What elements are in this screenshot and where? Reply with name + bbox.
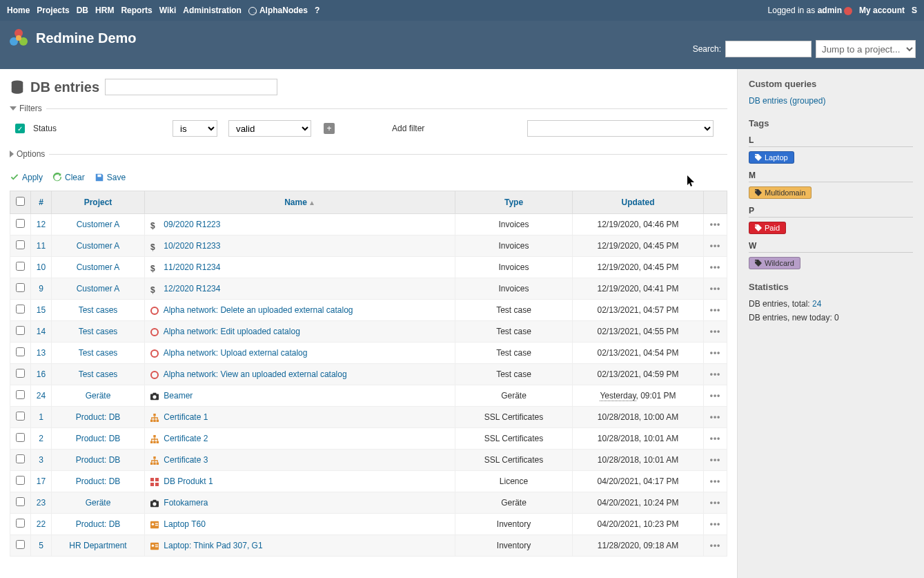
row-name-link[interactable]: Alpha network: Upload external catalog [164,348,308,358]
table-row[interactable]: 22Product: DB Laptop T60Inventory04/20/2… [10,514,727,535]
row-project-link[interactable]: Test cases [79,305,118,315]
row-project-link[interactable]: Test cases [79,327,118,336]
row-id-link[interactable]: 10 [37,262,46,272]
row-id-link[interactable]: 1 [39,412,43,422]
row-project-link[interactable]: HR Department [69,541,126,550]
row-checkbox[interactable] [16,305,25,314]
row-id-link[interactable]: 3 [39,455,43,465]
row-id-link[interactable]: 23 [37,498,46,508]
top-menu-home[interactable]: Home [7,6,30,15]
row-project-link[interactable]: Test cases [79,348,118,358]
row-id-link[interactable]: 11 [37,241,46,251]
row-name-link[interactable]: Alpha network: View an uploaded external… [164,369,347,379]
col-id[interactable]: # [39,198,43,207]
row-id-link[interactable]: 14 [37,327,46,336]
row-name-link[interactable]: Certificate 2 [164,434,208,443]
row-actions-button[interactable]: ••• [710,498,721,508]
sign-out-link[interactable]: S [912,6,917,15]
row-actions-button[interactable]: ••• [710,262,721,272]
row-actions-button[interactable]: ••• [710,455,721,465]
top-menu-hrm[interactable]: HRM [95,6,114,15]
entries-search-input[interactable] [105,79,277,95]
row-actions-button[interactable]: ••• [710,391,721,401]
table-row[interactable]: 14Test cases Alpha network: Edit uploade… [10,321,727,343]
row-actions-button[interactable]: ••• [710,519,721,529]
tag-laptop[interactable]: Laptop [749,151,794,164]
select-all-checkbox[interactable] [16,197,25,206]
table-row[interactable]: 12Customer A$ 09/2020 R1223Invoices12/19… [10,214,727,235]
add-value-button[interactable]: + [324,123,335,134]
search-input[interactable] [725,41,812,57]
table-row[interactable]: 10Customer A$ 11/2020 R1234Invoices12/19… [10,257,727,278]
row-checkbox[interactable] [16,412,25,421]
row-id-link[interactable]: 9 [39,284,43,293]
row-actions-button[interactable]: ••• [710,305,721,315]
row-actions-button[interactable]: ••• [710,327,721,336]
row-project-link[interactable]: Customer A [77,241,120,251]
row-id-link[interactable]: 15 [37,305,46,315]
table-row[interactable]: 1Product: DB Certificate 1SSL Certificat… [10,407,727,428]
table-row[interactable]: 15Test cases Alpha network: Delete an up… [10,300,727,321]
top-menu-reports[interactable]: Reports [121,6,152,15]
row-checkbox[interactable] [16,262,25,271]
row-id-link[interactable]: 17 [37,476,46,486]
row-name-link[interactable]: 09/2020 R1223 [164,220,220,229]
row-id-link[interactable]: 2 [39,434,43,443]
row-id-link[interactable]: 22 [37,519,46,529]
row-name-link[interactable]: Alpha network: Delete an uploaded extern… [164,305,353,315]
status-filter-checkbox[interactable]: ✓ [15,124,25,133]
col-updated[interactable]: Updated [622,198,655,207]
project-jump-select[interactable]: Jump to a project... [816,40,916,58]
row-id-link[interactable]: 13 [37,348,46,358]
query-link-grouped[interactable]: DB entries (grouped) [749,96,825,106]
table-row[interactable]: 2Product: DB Certificate 2SSL Certificat… [10,428,727,450]
row-id-link[interactable]: 24 [37,391,46,401]
row-checkbox[interactable] [16,219,25,228]
row-checkbox[interactable] [16,369,25,378]
row-name-link[interactable]: 12/2020 R1234 [164,284,220,293]
table-row[interactable]: 24Geräte BeamerGeräteYesterday, 09:01 PM… [10,385,727,407]
row-project-link[interactable]: Product: DB [76,455,121,465]
status-value-select[interactable]: valid [228,120,311,137]
table-row[interactable]: 23Geräte FotokameraGeräte04/20/2021, 10:… [10,492,727,514]
top-menu-alphanodes[interactable]: →AlphaNodes [248,6,308,15]
table-row[interactable]: 17Product: DB DB Produkt 1Licence04/20/2… [10,471,727,492]
save-button[interactable]: Save [95,173,126,182]
row-project-link[interactable]: Test cases [79,369,118,379]
row-project-link[interactable]: Product: DB [76,412,121,422]
row-actions-button[interactable]: ••• [710,284,721,293]
table-row[interactable]: 16Test cases Alpha network: View an uplo… [10,364,727,385]
row-actions-button[interactable]: ••• [710,476,721,486]
table-row[interactable]: 13Test cases Alpha network: Upload exter… [10,343,727,364]
tag-wildcard[interactable]: Wildcard [749,257,800,269]
row-actions-button[interactable]: ••• [710,369,721,379]
top-menu-projects[interactable]: Projects [37,6,69,15]
table-row[interactable]: 3Product: DB Certificate 3SSL Certificat… [10,450,727,471]
row-checkbox[interactable] [16,433,25,442]
row-checkbox[interactable] [16,390,25,399]
row-checkbox[interactable] [16,240,25,249]
table-row[interactable]: 9Customer A$ 12/2020 R1234Invoices12/19/… [10,278,727,300]
top-menu-wiki[interactable]: Wiki [159,6,177,15]
row-checkbox[interactable] [16,519,25,528]
top-menu-help[interactable]: ? [315,6,320,15]
row-actions-button[interactable]: ••• [710,434,721,443]
row-actions-button[interactable]: ••• [710,241,721,251]
col-name[interactable]: Name▲ [284,198,315,207]
row-actions-button[interactable]: ••• [710,541,721,550]
row-name-link[interactable]: Laptop T60 [164,519,206,529]
row-actions-button[interactable]: ••• [710,348,721,358]
row-project-link[interactable]: Geräte [86,498,111,508]
row-id-link[interactable]: 5 [39,541,43,550]
row-checkbox[interactable] [16,476,25,485]
row-actions-button[interactable]: ••• [710,412,721,422]
row-actions-button[interactable]: ••• [710,220,721,229]
my-account-link[interactable]: My account [859,6,905,15]
add-filter-select[interactable] [527,120,714,137]
row-name-link[interactable]: Certificate 3 [164,455,208,465]
row-name-link[interactable]: Fotokamera [164,498,208,508]
row-name-link[interactable]: Certificate 1 [164,412,208,422]
row-id-link[interactable]: 16 [37,369,46,379]
row-project-link[interactable]: Customer A [77,262,120,272]
table-row[interactable]: 11Customer A$ 10/2020 R1233Invoices12/19… [10,235,727,257]
